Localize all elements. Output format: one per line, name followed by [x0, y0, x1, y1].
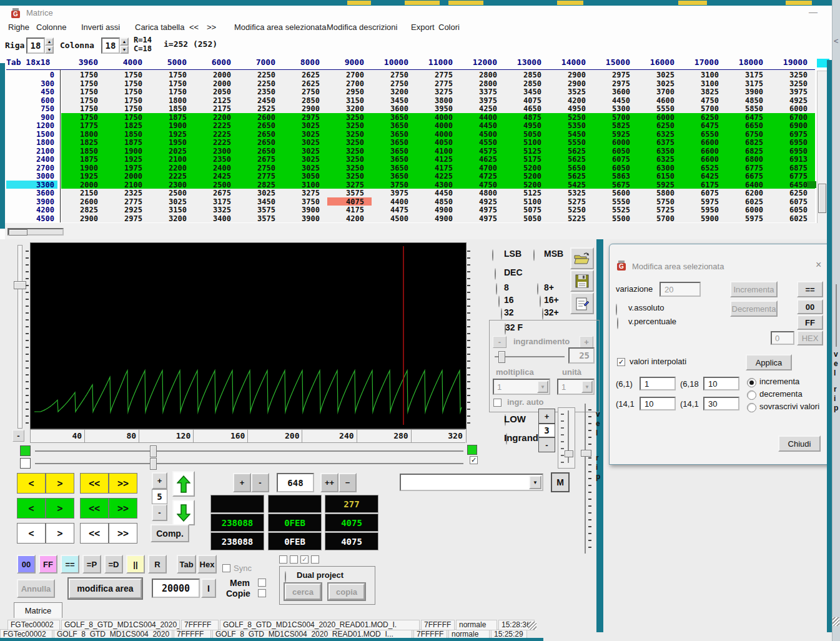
table-cell[interactable]: 2900 [549, 71, 593, 79]
table-cell[interactable]: 5100 [505, 197, 549, 206]
menu-item-modifica-area-selezionata[interactable]: Modifica area selezionata [234, 22, 326, 32]
table-cell[interactable]: 5700 [638, 214, 682, 223]
table-cell[interactable]: 2250 [239, 71, 283, 79]
table-cell[interactable]: 6475 [682, 121, 726, 130]
table-cell[interactable]: 3025 [283, 147, 327, 156]
slider2-thumb[interactable] [150, 458, 157, 470]
moltiplica-dropdown-icon[interactable]: ▼ [537, 380, 548, 393]
table-cell[interactable]: 2925 [106, 206, 150, 214]
table-cell[interactable]: 3025 [283, 138, 327, 147]
table-cell[interactable]: 3250 [327, 121, 372, 130]
row-header[interactable]: 600 [6, 96, 57, 105]
corner-cell-field[interactable]: 10 [703, 377, 739, 390]
table-cell[interactable]: 5600 [593, 189, 638, 197]
table-cell[interactable]: 5550 [638, 104, 682, 113]
table-cell[interactable]: 6675 [726, 172, 771, 181]
nav-green-button-1[interactable]: < [17, 498, 46, 519]
table-cell[interactable]: 4650 [505, 104, 549, 113]
msb-radio[interactable] [533, 249, 535, 261]
table-cell[interactable]: 2750 [372, 71, 416, 79]
table-cell[interactable]: 3275 [327, 181, 372, 189]
table-cell[interactable]: 2425 [194, 172, 239, 181]
table-cell[interactable]: 6775 [771, 172, 815, 181]
table-cell[interactable]: 2975 [593, 71, 638, 79]
table-cell[interactable]: 3275 [283, 189, 327, 197]
eq-button[interactable]: == [797, 281, 823, 297]
table-cell[interactable]: 4725 [460, 172, 505, 181]
table-cell[interactable]: 4950 [505, 121, 549, 130]
table-cell[interactable]: 5125 [505, 147, 549, 156]
table-cell[interactable]: 6913 [771, 155, 815, 164]
column-header[interactable]: 12000 [460, 57, 505, 68]
table-cell[interactable]: 3025 [283, 130, 327, 139]
table-cell[interactable]: 3950 [416, 104, 460, 113]
table-cell[interactable]: 4975 [460, 214, 505, 223]
table-cell[interactable]: 1750 [150, 87, 194, 96]
table-cell[interactable]: 6050 [593, 164, 638, 172]
table-cell[interactable]: 2100 [150, 155, 194, 164]
table-cell[interactable]: 6375 [638, 138, 682, 147]
table-cell[interactable]: 2525 [239, 104, 283, 113]
table-cell[interactable]: 5975 [726, 214, 771, 223]
corner-cell-field[interactable]: 1 [640, 377, 676, 390]
table-cell[interactable]: 2900 [283, 104, 327, 113]
table-cell[interactable]: 5550 [549, 138, 593, 147]
v-percentuale-radio[interactable] [617, 317, 618, 329]
table-cell[interactable]: 2100 [106, 181, 150, 189]
table-cell[interactable]: 1750 [106, 113, 150, 122]
table-cell[interactable]: 2650 [239, 121, 283, 130]
menu-item-carica-tabella[interactable]: Carica tabella [135, 22, 185, 32]
table-cell[interactable]: 3450 [505, 87, 549, 96]
table-cell[interactable]: 3050 [283, 172, 327, 181]
column-header[interactable]: 19000 [771, 57, 815, 68]
table-cell[interactable]: 2950 [327, 87, 372, 96]
table-cell[interactable]: 2350 [194, 155, 239, 164]
table-cell[interactable]: 2800 [460, 79, 505, 88]
table-cell[interactable]: 3250 [327, 164, 372, 172]
notes-button[interactable] [570, 292, 594, 314]
table-cell[interactable]: 2825 [61, 206, 106, 214]
tab-matrice[interactable]: Matrice [14, 602, 62, 618]
dual-project-radio[interactable] [285, 571, 286, 583]
menu-item-colonne[interactable]: Colonne [36, 22, 66, 32]
bits32-radio[interactable] [501, 308, 502, 320]
table-cell[interactable]: 3250 [327, 147, 372, 156]
value-plus-button[interactable]: + [233, 473, 251, 492]
table-cell[interactable]: 3250 [327, 138, 372, 147]
table-cell[interactable]: 1750 [106, 71, 150, 79]
table-cell[interactable]: 2900 [549, 79, 593, 88]
table-cell[interactable]: 2700 [327, 71, 372, 79]
column-header[interactable]: 5000 [150, 57, 194, 68]
nav-green-button-3[interactable]: << [80, 498, 109, 519]
table-cell[interactable]: 1900 [61, 164, 106, 172]
table-cell[interactable]: 2225 [194, 130, 239, 139]
table-cell[interactable]: 3600 [372, 104, 416, 113]
table-cell[interactable]: 4925 [460, 197, 505, 206]
table-cell[interactable]: 5125 [505, 189, 549, 197]
table-cell[interactable]: 3600 [593, 87, 638, 96]
bits16-radio[interactable] [498, 296, 500, 307]
table-cell[interactable]: 4575 [460, 147, 505, 156]
graph-vslider-thumb[interactable] [14, 281, 26, 289]
mini-checkbox-1[interactable] [279, 555, 287, 564]
edit-button-00[interactable]: 00 [17, 555, 36, 574]
table-cell[interactable]: 5825 [593, 121, 638, 130]
right-edge-chevron-icon[interactable]: < [834, 36, 839, 46]
column-header[interactable]: 10000 [372, 57, 416, 68]
table-cell[interactable]: 3025 [283, 155, 327, 164]
table-cell[interactable]: 6075 [682, 189, 726, 197]
table-cell[interactable]: 4450 [416, 189, 460, 197]
table-cell[interactable]: 4625 [460, 155, 505, 164]
statusbar-resize-grip[interactable] [528, 622, 536, 630]
row-header[interactable]: 2400 [6, 155, 57, 164]
table-cell[interactable]: 2675 [239, 155, 283, 164]
table-cell[interactable]: 1825 [106, 121, 150, 130]
column-header[interactable]: 17000 [682, 57, 726, 68]
table-cell[interactable]: 3250 [327, 113, 372, 122]
table-cell[interactable]: 6900 [771, 121, 815, 130]
table-cell[interactable]: 2000 [61, 181, 106, 189]
arrow-down-button[interactable] [172, 500, 195, 525]
table-cell[interactable]: 2050 [194, 87, 239, 96]
table-cell[interactable]: 6750 [726, 130, 771, 139]
table-cell[interactable]: 3375 [460, 87, 505, 96]
